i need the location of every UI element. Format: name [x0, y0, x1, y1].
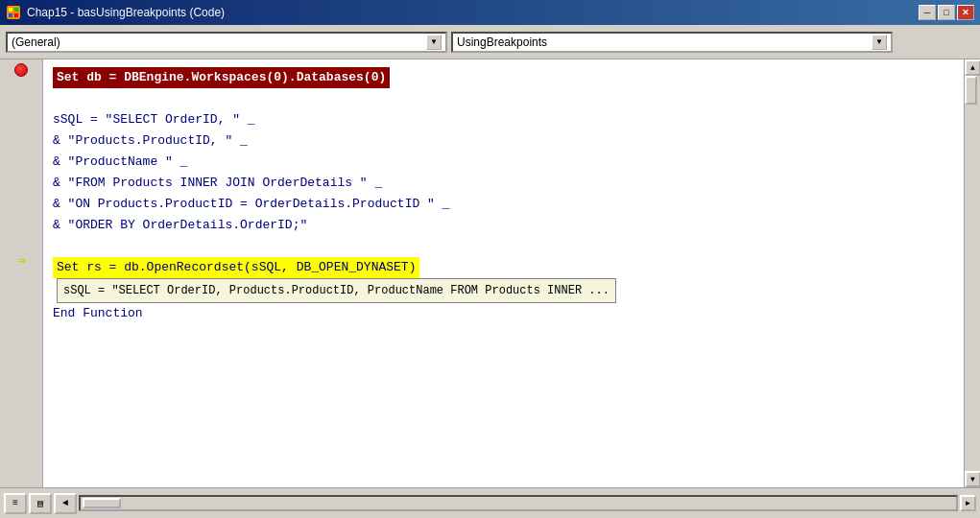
- code-line-4: & "Products.ProductID, " _: [53, 130, 954, 152]
- code-text: & "ProductName " _: [53, 152, 187, 173]
- gutter-row-10: ⇒: [0, 249, 42, 271]
- code-text: & "ON Products.ProductID = OrderDetails.…: [53, 194, 449, 215]
- gutter-row-5: [0, 144, 42, 165]
- svg-rect-2: [14, 8, 18, 12]
- main-area: ⇒ Set db = DBEngine.Workspaces(0).Databa…: [0, 59, 980, 487]
- gutter-row-11: [0, 271, 42, 292]
- code-text: & "Products.ProductID, " _: [53, 130, 248, 152]
- gutter-row-6: [0, 165, 42, 186]
- datatip-box: sSQL = "SELECT OrderID, Products.Product…: [57, 278, 616, 303]
- code-line-3: sSQL = "SELECT OrderID, " _: [53, 109, 954, 130]
- svg-rect-4: [14, 13, 18, 17]
- procedure-dropdown[interactable]: UsingBreakpoints ▼: [451, 32, 893, 53]
- vertical-scrollbar[interactable]: ▲ ▼: [964, 59, 980, 487]
- scroll-up-button[interactable]: ▲: [965, 59, 980, 76]
- maximize-button[interactable]: □: [938, 5, 955, 20]
- general-dropdown-arrow[interactable]: ▼: [426, 35, 442, 50]
- code-line-7: & "ON Products.ProductID = OrderDetails.…: [53, 194, 954, 215]
- svg-rect-3: [9, 13, 12, 17]
- scroll-down-button[interactable]: ▼: [965, 471, 980, 487]
- app-icon: [6, 5, 21, 20]
- code-line-6: & "FROM Products INNER JOIN OrderDetails…: [53, 173, 954, 194]
- h-scroll-thumb[interactable]: [83, 498, 121, 508]
- code-line-10: Set rs = db.OpenRecordset(sSQL, DB_OPEN_…: [53, 257, 954, 278]
- gutter-row-3: [0, 102, 42, 123]
- current-line: Set rs = db.OpenRecordset(sSQL, DB_OPEN_…: [53, 257, 419, 278]
- left-gutter: ⇒: [0, 59, 43, 487]
- breakpoint-line: Set db = DBEngine.Workspaces(0).Database…: [53, 67, 390, 88]
- title-bar: Chap15 - basUsingBreakpoints (Code) ─ □ …: [0, 0, 980, 25]
- svg-rect-1: [9, 8, 12, 12]
- gutter-row-8: [0, 207, 42, 228]
- general-dropdown-label: (General): [12, 35, 60, 49]
- procedure-dropdown-arrow[interactable]: ▼: [872, 35, 887, 50]
- code-line-5: & "ProductName " _: [53, 152, 954, 173]
- window-title: Chap15 - basUsingBreakpoints (Code): [27, 6, 225, 19]
- code-text: & "ORDER BY OrderDetails.OrderID;": [53, 215, 307, 236]
- code-content: Set db = DBEngine.Workspaces(0).Database…: [43, 59, 964, 332]
- window-controls: ─ □ ✕: [919, 5, 974, 20]
- gutter-row-1: [0, 59, 42, 81]
- gutter-row-12: [0, 292, 42, 313]
- breakpoint-indicator[interactable]: [14, 63, 28, 77]
- minimize-button[interactable]: ─: [919, 5, 936, 20]
- code-line-9: [53, 236, 954, 257]
- gutter-row-2: [0, 81, 42, 102]
- view-toggle-1[interactable]: ≡: [4, 493, 27, 514]
- close-button[interactable]: ✕: [957, 5, 974, 20]
- toolbar: (General) ▼ UsingBreakpoints ▼: [0, 25, 980, 59]
- scroll-thumb[interactable]: [965, 76, 977, 105]
- code-line-12: End Function: [53, 303, 954, 324]
- gutter-row-7: [0, 186, 42, 207]
- general-dropdown[interactable]: (General) ▼: [6, 32, 447, 53]
- procedure-dropdown-label: UsingBreakpoints: [457, 35, 547, 49]
- gutter-row-4: [0, 123, 42, 144]
- gutter-row-9: [0, 228, 42, 249]
- end-function: End Function: [53, 303, 143, 324]
- horizontal-scrollbar[interactable]: [79, 495, 958, 511]
- code-line-11: sSQL = "SELECT OrderID, Products.Product…: [53, 278, 954, 303]
- code-line-8: & "ORDER BY OrderDetails.OrderID;": [53, 215, 954, 236]
- scroll-track[interactable]: [965, 76, 980, 471]
- current-line-arrow: ⇒: [16, 250, 26, 270]
- code-text: sSQL = "SELECT OrderID, " _: [53, 109, 255, 130]
- code-text: & "FROM Products INNER JOIN OrderDetails…: [53, 173, 382, 194]
- code-editor[interactable]: Set db = DBEngine.Workspaces(0).Database…: [43, 59, 964, 487]
- view-toggle-2[interactable]: ▤: [29, 493, 52, 514]
- code-line-2: [53, 88, 954, 109]
- code-line-1: Set db = DBEngine.Workspaces(0).Database…: [53, 67, 954, 88]
- scroll-left-button[interactable]: ◄: [54, 493, 77, 514]
- status-bar: ≡ ▤ ◄ ►: [0, 487, 980, 518]
- scroll-right-button[interactable]: ►: [960, 495, 976, 511]
